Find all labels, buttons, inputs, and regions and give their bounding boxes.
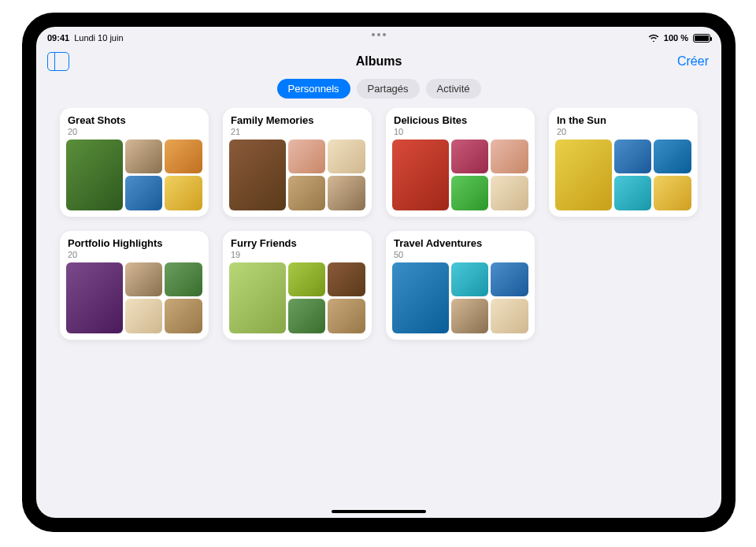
album-card[interactable]: Family Memories21 [223,108,372,217]
thumbnail [288,140,326,174]
status-right: 100 % [648,33,710,43]
thumbnail [491,176,528,210]
thumbnail [229,140,286,210]
album-count: 10 [392,127,528,136]
album-title: Delicious Bites [392,114,528,127]
thumbnail [451,140,489,174]
thumbnail [451,262,489,297]
thumbnail [288,299,326,333]
thumbnail [165,140,202,174]
thumbnail [66,140,123,210]
thumbnail [451,299,489,333]
thumbnail [125,262,163,297]
album-count: 21 [229,127,365,136]
ipad-device-frame: 09:41 Lundi 10 juin 100 % Albums Créer P… [22,13,736,532]
thumbnail [491,140,528,174]
thumbnail [392,262,449,333]
page-title: Albums [356,54,402,69]
tabs-segmented-control: PersonnelsPartagésActivité [36,79,721,99]
album-title: Family Memories [229,114,365,127]
wifi-icon [648,34,659,42]
album-count: 20 [66,127,202,136]
tab-activité[interactable]: Activité [426,79,481,99]
battery-percent: 100 % [664,33,688,43]
album-count: 50 [392,250,528,259]
album-title: Furry Friends [229,237,365,250]
thumbnail [66,262,123,333]
sidebar-toggle-button[interactable] [47,52,69,71]
thumbnail [328,299,365,333]
album-title: Travel Adventures [392,237,528,250]
album-thumbnails [392,262,528,333]
status-date: Lundi 10 juin [74,33,123,43]
battery-icon [693,34,710,43]
home-indicator[interactable] [332,510,426,513]
thumbnail [491,299,528,333]
album-count: 20 [66,250,202,259]
thumbnail [165,176,202,210]
status-left: 09:41 Lundi 10 juin [47,33,124,43]
album-title: In the Sun [555,114,691,127]
album-thumbnails [392,140,528,210]
thumbnail [654,140,691,174]
album-thumbnails [66,262,202,333]
album-card[interactable]: Great Shots20 [60,108,209,217]
thumbnail [328,176,365,210]
thumbnail [328,262,365,297]
album-thumbnails [229,262,365,333]
album-title: Great Shots [66,114,202,127]
thumbnail [614,176,652,210]
album-card[interactable]: Delicious Bites10 [386,108,535,217]
thumbnail [288,176,326,210]
status-bar: 09:41 Lundi 10 juin 100 % [36,30,721,46]
thumbnail [654,176,691,210]
create-button[interactable]: Créer [677,54,709,69]
thumbnail [288,262,326,297]
album-title: Portfolio Highlights [66,237,202,250]
tab-partagés[interactable]: Partagés [357,79,420,99]
albums-grid[interactable]: Great Shots20Family Memories21Delicious … [36,108,721,518]
tab-personnels[interactable]: Personnels [277,79,350,99]
thumbnail [125,140,163,174]
thumbnail [451,176,489,210]
thumbnail [125,176,163,210]
nav-bar: Albums Créer [36,46,721,77]
thumbnail [614,140,652,174]
thumbnail [491,262,528,297]
status-time: 09:41 [47,33,69,43]
thumbnail [165,299,202,333]
thumbnail [229,262,286,333]
thumbnail [125,299,163,333]
album-card[interactable]: In the Sun20 [549,108,698,217]
multitask-dots[interactable] [372,33,386,36]
album-card[interactable]: Portfolio Highlights20 [60,231,209,340]
album-count: 20 [555,127,691,136]
album-thumbnails [66,140,202,210]
thumbnail [328,140,365,174]
album-thumbnails [555,140,691,210]
album-card[interactable]: Travel Adventures50 [386,231,535,340]
album-thumbnails [229,140,365,210]
screen: 09:41 Lundi 10 juin 100 % Albums Créer P… [36,27,721,518]
thumbnail [555,140,612,210]
thumbnail [392,140,449,210]
album-count: 19 [229,250,365,259]
thumbnail [165,262,202,297]
album-card[interactable]: Furry Friends19 [223,231,372,340]
